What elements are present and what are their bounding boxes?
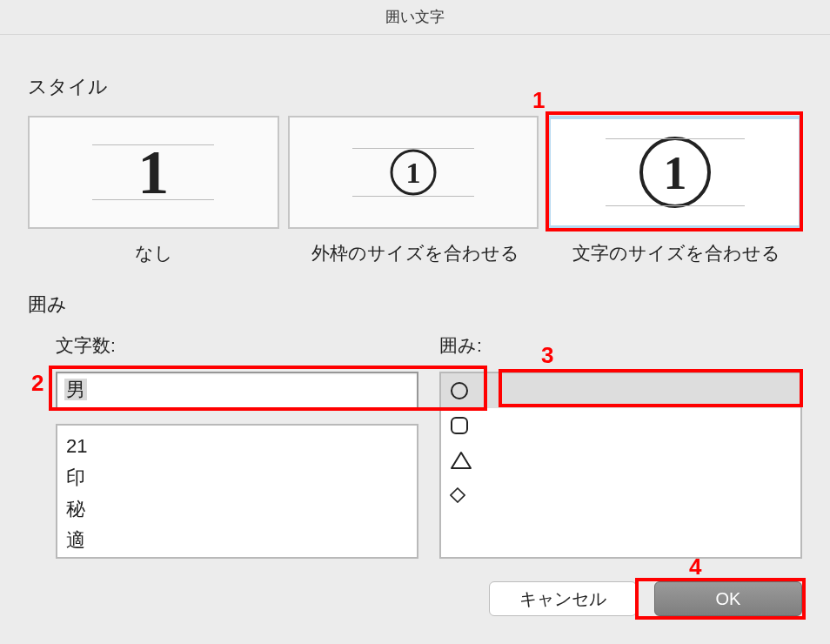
style-none-glyph: 1 xyxy=(118,138,188,207)
style-caption-none: なし xyxy=(28,241,280,265)
svg-rect-5 xyxy=(452,418,467,433)
shape-item-triangle[interactable] xyxy=(441,443,800,478)
char-input[interactable]: 男 xyxy=(56,372,418,410)
style-section-label: スタイル xyxy=(28,74,802,100)
shape-label: 囲み: xyxy=(439,333,802,358)
shape-item-diamond[interactable] xyxy=(441,478,800,513)
char-suggestions-list[interactable]: 21 印 秘 適 xyxy=(56,424,418,559)
cancel-button[interactable]: キャンセル xyxy=(489,581,637,616)
svg-point-4 xyxy=(452,383,467,399)
style-option-fit-frame[interactable]: 1 xyxy=(288,116,539,229)
char-input-value: 男 xyxy=(64,379,87,400)
style-caption-fit-character: 文字のサイズを合わせる xyxy=(550,241,802,265)
circled-one-small-icon: 1 xyxy=(389,148,438,197)
style-option-none[interactable]: 1 xyxy=(28,116,279,229)
dialog-title: 囲い文字 xyxy=(0,0,830,35)
shape-column: 囲み: xyxy=(439,333,802,559)
svg-marker-7 xyxy=(451,488,465,502)
char-count-label: 文字数: xyxy=(56,333,418,358)
style-fit-frame-glyph: 1 xyxy=(378,138,448,207)
shape-item-rounded-square[interactable] xyxy=(441,408,800,443)
char-count-column: 文字数: 男 21 印 秘 適 xyxy=(56,333,418,559)
ok-button-label: OK xyxy=(716,589,741,609)
dialog-content: スタイル 1 1 xyxy=(0,35,830,576)
enclosure-columns: 文字数: 男 21 印 秘 適 囲み: xyxy=(28,333,802,559)
diamond-icon xyxy=(450,487,465,503)
style-captions-row: なし 外枠のサイズを合わせる 文字のサイズを合わせる xyxy=(28,241,802,265)
shape-item-circle[interactable] xyxy=(441,373,800,408)
style-fit-character-glyph: 1 xyxy=(632,133,719,211)
dialog-title-text: 囲い文字 xyxy=(385,7,445,27)
list-item[interactable]: 21 xyxy=(66,431,408,462)
dialog-button-row: キャンセル OK xyxy=(489,581,802,616)
svg-text:1: 1 xyxy=(663,147,686,199)
circled-one-large-icon: 1 xyxy=(638,135,713,210)
ok-button[interactable]: OK xyxy=(654,581,802,616)
rounded-square-icon xyxy=(450,416,469,435)
style-caption-fit-frame: 外枠のサイズを合わせる xyxy=(289,241,541,265)
style-option-fit-character[interactable]: 1 xyxy=(547,116,802,229)
enclosure-section-label: 囲み xyxy=(28,292,802,318)
svg-marker-6 xyxy=(452,453,471,468)
cancel-button-label: キャンセル xyxy=(519,587,606,611)
circle-icon xyxy=(450,381,469,400)
list-item[interactable]: 印 xyxy=(66,462,408,493)
svg-text:1: 1 xyxy=(406,157,421,189)
shape-list[interactable] xyxy=(439,372,802,559)
enclosure-section: 囲み 文字数: 男 21 印 秘 適 囲み: xyxy=(28,292,802,559)
list-item[interactable]: 秘 xyxy=(66,493,408,525)
style-options-row: 1 1 1 xyxy=(28,116,802,229)
list-item[interactable]: 適 xyxy=(66,525,408,556)
triangle-icon xyxy=(450,450,472,471)
